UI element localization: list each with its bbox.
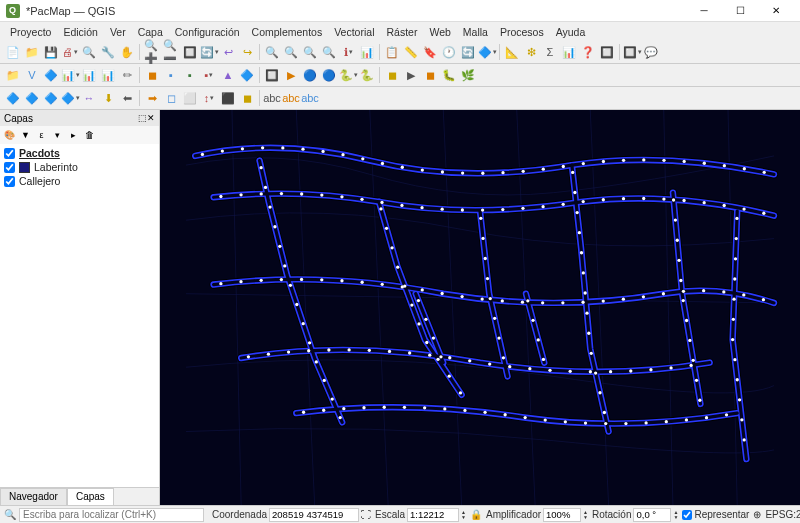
toolbar-button[interactable]: 📄 <box>4 43 22 61</box>
toolbar-button[interactable]: 🔵 <box>301 66 319 84</box>
menu-raster[interactable]: Ráster <box>380 24 423 40</box>
menu-web[interactable]: Web <box>423 24 456 40</box>
tab-navegador[interactable]: Navegador <box>0 488 67 505</box>
toolbar-button[interactable]: ❓ <box>579 43 597 61</box>
toolbar-button[interactable]: 🔄 <box>459 43 477 61</box>
toolbar-button[interactable]: ◻ <box>162 89 180 107</box>
toolbar-button[interactable]: 🖨 <box>61 43 79 61</box>
map-canvas[interactable] <box>160 110 800 505</box>
toolbar-button[interactable]: ➡ <box>143 89 161 107</box>
toolbar-button[interactable]: 🔷 <box>23 89 41 107</box>
toolbar-button[interactable]: 🔷 <box>4 89 22 107</box>
toolbar-button[interactable]: 🕐 <box>440 43 458 61</box>
layer-expand-icon[interactable]: ▾ <box>50 128 65 143</box>
toolbar-button[interactable]: 🔍➖ <box>162 43 180 61</box>
toolbar-button[interactable]: 📋 <box>383 43 401 61</box>
render-toggle[interactable]: Representar <box>682 509 749 520</box>
lock-icon[interactable]: 🔒 <box>470 509 482 520</box>
toolbar-button[interactable]: 🔍 <box>80 43 98 61</box>
magnifier-input[interactable] <box>543 508 581 522</box>
toolbar-button[interactable]: ↔ <box>80 89 98 107</box>
toolbar-button[interactable]: 🔲 <box>623 43 641 61</box>
menu-vectorial[interactable]: Vectorial <box>328 24 380 40</box>
toolbar-button[interactable]: ✏ <box>118 66 136 84</box>
toolbar-button[interactable]: 🔖 <box>421 43 439 61</box>
toolbar-button[interactable]: 🔷 <box>478 43 496 61</box>
layer-check-callejero[interactable] <box>4 176 15 187</box>
toolbar-button[interactable]: 🔍➕ <box>143 43 161 61</box>
layer-expr-icon[interactable]: ε <box>34 128 49 143</box>
rotation-input[interactable] <box>633 508 671 522</box>
minimize-button[interactable]: ─ <box>686 1 722 21</box>
scale-spinner[interactable]: ▲▼ <box>461 510 466 520</box>
menu-malla[interactable]: Malla <box>457 24 494 40</box>
locator-input[interactable] <box>19 508 204 522</box>
toolbar-button[interactable]: 🔷 <box>238 66 256 84</box>
toolbar-button[interactable]: 🔲 <box>181 43 199 61</box>
layer-collapse-icon[interactable]: ▸ <box>66 128 81 143</box>
close-button[interactable]: ✕ <box>758 1 794 21</box>
menu-capa[interactable]: Capa <box>132 24 169 40</box>
toolbar-button[interactable]: V <box>23 66 41 84</box>
maximize-button[interactable]: ☐ <box>722 1 758 21</box>
toolbar-button[interactable]: ↪ <box>238 43 256 61</box>
toolbar-button[interactable]: ⬅ <box>118 89 136 107</box>
toolbar-button[interactable]: 📐 <box>503 43 521 61</box>
menu-procesos[interactable]: Procesos <box>494 24 550 40</box>
coord-input[interactable] <box>269 508 359 522</box>
toolbar-button[interactable]: ✋ <box>118 43 136 61</box>
toolbar-button[interactable]: 🐍 <box>339 66 357 84</box>
toolbar-button[interactable]: 🔄 <box>200 43 218 61</box>
toolbar-button[interactable]: ▶ <box>402 66 420 84</box>
rotation-spinner[interactable]: ▲▼ <box>673 510 678 520</box>
toolbar-button[interactable]: Σ <box>541 43 559 61</box>
layer-item-laberinto[interactable]: Laberinto <box>2 160 157 174</box>
menu-ver[interactable]: Ver <box>104 24 132 40</box>
crs-label[interactable]: EPSG:25830 <box>765 509 800 520</box>
toolbar-button[interactable]: 💾 <box>42 43 60 61</box>
scale-input[interactable] <box>407 508 459 522</box>
toolbar-button[interactable]: ⬛ <box>219 89 237 107</box>
toolbar-button[interactable]: 🔷 <box>42 89 60 107</box>
tab-capas[interactable]: Capas <box>67 488 114 505</box>
toolbar-button[interactable]: ↕ <box>200 89 218 107</box>
toolbar-button[interactable]: ⬇ <box>99 89 117 107</box>
toolbar-button[interactable]: 📊 <box>61 66 79 84</box>
menu-ayuda[interactable]: Ayuda <box>550 24 592 40</box>
toolbar-button[interactable]: 🔍 <box>320 43 338 61</box>
toolbar-button[interactable]: abc <box>282 89 300 107</box>
layer-remove-icon[interactable]: 🗑 <box>82 128 97 143</box>
toolbar-button[interactable]: ▲ <box>219 66 237 84</box>
toolbar-button[interactable]: 🌿 <box>459 66 477 84</box>
toolbar-button[interactable]: ⬜ <box>181 89 199 107</box>
toolbar-button[interactable]: ▪ <box>162 66 180 84</box>
extents-icon[interactable]: ⛶ <box>361 509 371 520</box>
toolbar-button[interactable]: 🔲 <box>263 66 281 84</box>
menu-proyecto[interactable]: Proyecto <box>4 24 57 40</box>
layer-check-laberinto[interactable] <box>4 162 15 173</box>
toolbar-button[interactable]: ℹ <box>339 43 357 61</box>
toolbar-button[interactable]: 🔷 <box>42 66 60 84</box>
toolbar-button[interactable]: 📊 <box>99 66 117 84</box>
toolbar-button[interactable]: 📊 <box>560 43 578 61</box>
menu-configuracion[interactable]: Configuración <box>169 24 246 40</box>
toolbar-button[interactable]: 📊 <box>358 43 376 61</box>
toolbar-button[interactable]: ◼ <box>143 66 161 84</box>
toolbar-button[interactable]: 🐍 <box>358 66 376 84</box>
toolbar-button[interactable]: ❇ <box>522 43 540 61</box>
toolbar-button[interactable]: 🔍 <box>282 43 300 61</box>
panel-pin-icon[interactable]: ⬚✕ <box>138 113 155 123</box>
toolbar-button[interactable]: ↩ <box>219 43 237 61</box>
toolbar-button[interactable]: ◼ <box>238 89 256 107</box>
toolbar-button[interactable]: 🔍 <box>301 43 319 61</box>
magnifier-spinner[interactable]: ▲▼ <box>583 510 588 520</box>
menu-complementos[interactable]: Complementos <box>246 24 329 40</box>
toolbar-button[interactable]: ▪ <box>181 66 199 84</box>
toolbar-button[interactable]: ▪ <box>200 66 218 84</box>
layer-style-icon[interactable]: 🎨 <box>2 128 17 143</box>
layer-check-pacdots[interactable] <box>4 148 15 159</box>
render-checkbox[interactable] <box>682 510 692 520</box>
toolbar-button[interactable]: 🐛 <box>440 66 458 84</box>
toolbar-button[interactable]: 🔍 <box>263 43 281 61</box>
toolbar-button[interactable]: ◼ <box>421 66 439 84</box>
